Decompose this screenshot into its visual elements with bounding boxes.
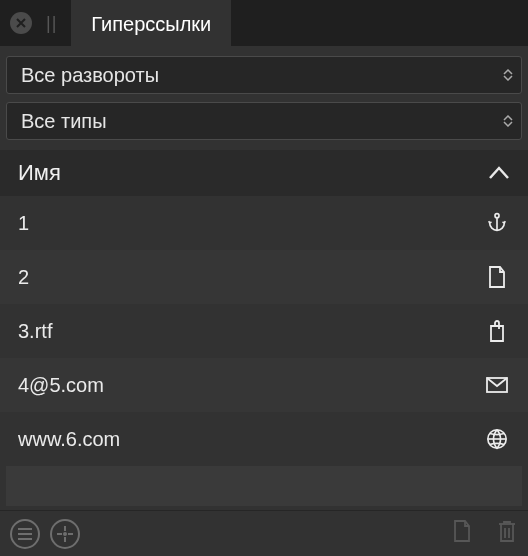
target-icon xyxy=(57,526,73,542)
delete-hyperlink-button[interactable] xyxy=(496,519,518,548)
list-empty-area xyxy=(6,466,522,506)
new-hyperlink-button[interactable] xyxy=(452,519,472,548)
svg-point-0 xyxy=(495,214,499,218)
stepper-arrows-icon xyxy=(503,115,513,127)
list-item[interactable]: 3.rtf xyxy=(0,304,528,358)
list-item[interactable]: 2 xyxy=(0,250,528,304)
panel-tabbar: || Гиперссылки xyxy=(0,0,528,46)
new-file-icon xyxy=(452,519,472,543)
tab-hyperlinks[interactable]: Гиперссылки xyxy=(71,0,231,46)
trash-icon xyxy=(496,519,518,543)
file-icon xyxy=(484,265,510,289)
panel-drag-handle[interactable]: || xyxy=(46,13,57,34)
stepper-arrows-icon xyxy=(503,69,513,81)
close-icon xyxy=(16,18,26,28)
globe-icon xyxy=(484,428,510,450)
panel-menu-button[interactable] xyxy=(10,519,40,549)
tab-label: Гиперссылки xyxy=(91,13,211,36)
hyperlinks-list: 1 2 3.rtf 4@5. xyxy=(0,196,528,510)
list-item-label: 4@5.com xyxy=(18,374,104,397)
panel-footer xyxy=(0,510,528,556)
list-item[interactable]: www.6.com xyxy=(0,412,528,466)
target-button[interactable] xyxy=(50,519,80,549)
list-item[interactable]: 1 xyxy=(0,196,528,250)
list-item[interactable]: 4@5.com xyxy=(0,358,528,412)
filters-area: Все развороты Все типы xyxy=(0,46,528,150)
list-item-label: 3.rtf xyxy=(18,320,52,343)
column-header-name[interactable]: Имя xyxy=(0,150,528,196)
close-panel-button[interactable] xyxy=(10,12,32,34)
filter-types-select[interactable]: Все типы xyxy=(6,102,522,140)
list-item-label: 2 xyxy=(18,266,29,289)
attachment-icon xyxy=(484,319,510,343)
filter-types-value: Все типы xyxy=(21,110,107,133)
list-item-label: www.6.com xyxy=(18,428,120,451)
menu-icon xyxy=(17,528,33,540)
filter-spreads-value: Все развороты xyxy=(21,64,159,87)
list-item-label: 1 xyxy=(18,212,29,235)
column-header-label: Имя xyxy=(18,160,61,186)
svg-point-3 xyxy=(63,532,67,536)
mail-icon xyxy=(484,376,510,394)
filter-spreads-select[interactable]: Все развороты xyxy=(6,56,522,94)
sort-ascending-icon xyxy=(488,160,510,186)
anchor-icon xyxy=(484,212,510,234)
